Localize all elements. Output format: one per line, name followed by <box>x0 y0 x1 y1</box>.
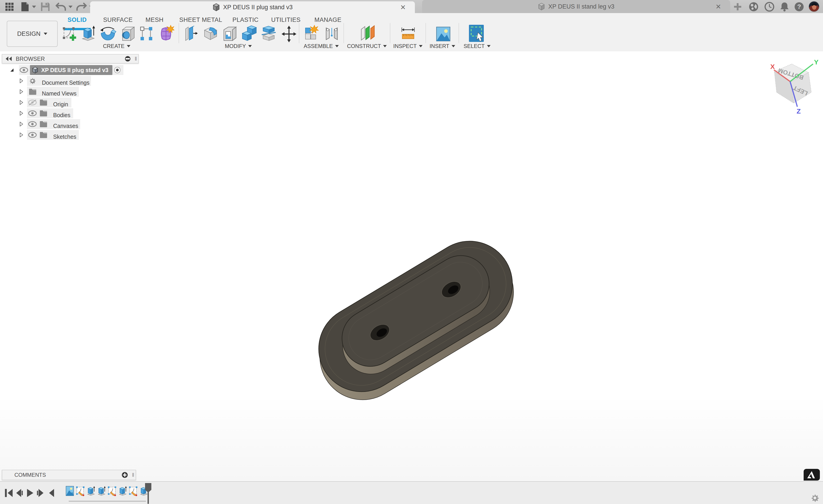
create-sketch-icon[interactable] <box>61 23 77 43</box>
browser-row-named-views[interactable]: Named Views <box>0 87 140 97</box>
new-tab-plus-icon[interactable] <box>732 2 743 11</box>
undo-caret-icon[interactable] <box>67 2 73 11</box>
browser-row-origin[interactable]: Origin <box>0 98 140 108</box>
model-body[interactable] <box>291 225 540 407</box>
visibility-off-eye-icon[interactable] <box>28 99 37 106</box>
fillet-icon[interactable] <box>202 23 219 43</box>
visibility-eye-icon[interactable] <box>28 121 37 127</box>
browser-header[interactable]: BROWSER ‖ <box>2 54 139 63</box>
timeline-feature-extrude[interactable] <box>97 486 106 496</box>
axis-z-label[interactable]: Z <box>797 108 801 115</box>
expand-arrow-icon[interactable] <box>9 67 14 72</box>
job-status-clock-icon[interactable] <box>764 2 775 11</box>
browser-row-root[interactable]: XP DEUS II plug stand v3 <box>0 65 140 75</box>
timeline-feature-sketch[interactable] <box>108 486 117 496</box>
revolve-icon[interactable] <box>99 23 117 43</box>
go-to-start-icon[interactable] <box>5 489 13 497</box>
tab-surface[interactable]: SURFACE <box>103 16 133 24</box>
file-menu-caret-icon[interactable] <box>31 2 37 11</box>
group-assemble[interactable]: ASSEMBLE <box>301 43 341 49</box>
pattern-icon[interactable] <box>139 23 154 43</box>
activate-component-radio[interactable] <box>114 67 121 73</box>
tab-sheet-metal[interactable]: SHEET METAL <box>179 16 222 24</box>
group-create[interactable]: CREATE <box>101 43 133 49</box>
select-window-icon[interactable] <box>468 23 487 43</box>
group-inspect[interactable]: INSPECT <box>391 43 425 49</box>
app-grid-icon[interactable] <box>4 2 14 11</box>
new-component-icon[interactable] <box>304 23 320 43</box>
step-forward-icon[interactable] <box>37 489 43 497</box>
timeline-settings-gear-icon[interactable] <box>810 493 819 502</box>
collapsed-arrow-icon[interactable] <box>19 78 23 83</box>
group-select[interactable]: SELECT <box>462 43 492 49</box>
visibility-eye-icon[interactable] <box>28 110 37 117</box>
measure-icon[interactable] <box>400 23 416 43</box>
tab-utilities[interactable]: UTILITIES <box>271 16 301 24</box>
timeline-feature-extrude[interactable] <box>87 486 95 496</box>
tab-mesh[interactable]: MESH <box>146 16 164 24</box>
document-tab-inactive[interactable]: XP DEUS II stand leg v3 ✕ <box>422 0 730 13</box>
tab-manage[interactable]: MANAGE <box>314 16 341 24</box>
combine-icon[interactable] <box>240 23 258 43</box>
group-insert[interactable]: INSERT <box>428 43 457 49</box>
comments-panel[interactable]: COMMENTS ‖ <box>2 470 136 480</box>
viewport[interactable]: BOTTOM LEFT X Y Z BROWSER ‖ <box>0 51 823 481</box>
collapsed-arrow-icon[interactable] <box>19 132 23 137</box>
document-tab-active[interactable]: XP DEUS II plug stand v3 ✕ <box>90 1 415 13</box>
undo-icon[interactable] <box>55 2 67 11</box>
panel-grip-icon[interactable]: ‖ <box>135 56 137 62</box>
create-form-icon[interactable] <box>159 23 175 43</box>
timeline-feature-canvas[interactable] <box>65 486 74 496</box>
svg-text:?: ? <box>797 3 801 10</box>
notifications-bell-icon[interactable] <box>779 2 790 11</box>
timeline-feature-sketch[interactable] <box>129 486 138 496</box>
timeline-feature-extrude[interactable] <box>119 486 127 496</box>
autodesk-assistant-badge[interactable] <box>803 468 820 481</box>
gear-icon <box>29 77 36 85</box>
shell-icon[interactable] <box>222 23 238 43</box>
panel-grip-icon[interactable]: ‖ <box>132 472 134 478</box>
visibility-eye-icon[interactable] <box>28 132 37 138</box>
tab-close-icon[interactable]: ✕ <box>715 3 721 11</box>
split-body-icon[interactable] <box>261 23 277 43</box>
axis-y-label[interactable]: Y <box>814 59 819 66</box>
browser-row-canvases[interactable]: Canvases <box>0 119 140 129</box>
workspace-label: DESIGN <box>17 30 40 37</box>
press-pull-icon[interactable] <box>184 23 199 43</box>
tab-plastic[interactable]: PLASTIC <box>232 16 259 24</box>
timeline-feature-sketch[interactable] <box>76 486 85 496</box>
group-modify[interactable]: MODIFY <box>222 43 254 49</box>
construction-plane-icon[interactable] <box>359 23 377 43</box>
collapsed-arrow-icon[interactable] <box>19 122 23 127</box>
view-cube[interactable]: BOTTOM LEFT X Y Z <box>770 59 822 115</box>
collapsed-arrow-icon[interactable] <box>19 89 23 94</box>
add-comment-icon[interactable] <box>122 472 128 478</box>
browser-row-sketches[interactable]: Sketches <box>0 130 140 140</box>
insert-canvas-icon[interactable] <box>435 23 452 43</box>
hole-icon[interactable] <box>120 23 137 43</box>
extensions-icon[interactable] <box>748 2 759 11</box>
tab-solid[interactable]: SOLID <box>67 16 87 24</box>
group-construct[interactable]: CONSTRUCT <box>345 43 388 49</box>
browser-row-bodies[interactable]: Bodies <box>0 108 140 118</box>
workspace-selector[interactable]: DESIGN <box>7 21 58 47</box>
collapse-panel-icon[interactable] <box>5 56 12 61</box>
tab-close-icon[interactable]: ✕ <box>400 3 406 11</box>
browser-row-document-settings[interactable]: Document Settings <box>0 76 140 86</box>
panel-display-icon[interactable] <box>125 56 131 62</box>
step-back-icon[interactable] <box>16 489 23 497</box>
save-icon[interactable] <box>40 2 51 11</box>
play-icon[interactable] <box>27 489 33 497</box>
move-copy-icon[interactable] <box>281 23 297 43</box>
timeline-playhead[interactable] <box>144 483 152 504</box>
visibility-eye-icon[interactable] <box>19 67 28 73</box>
joint-icon[interactable] <box>323 23 340 43</box>
redo-icon[interactable] <box>76 2 88 11</box>
axis-x-label[interactable]: X <box>770 63 775 70</box>
extrude-icon[interactable] <box>80 23 97 43</box>
new-file-icon[interactable] <box>20 2 30 11</box>
help-icon[interactable]: ? <box>794 2 805 11</box>
collapsed-arrow-icon[interactable] <box>19 100 23 105</box>
collapsed-arrow-icon[interactable] <box>19 111 23 116</box>
user-avatar[interactable] <box>808 1 820 12</box>
